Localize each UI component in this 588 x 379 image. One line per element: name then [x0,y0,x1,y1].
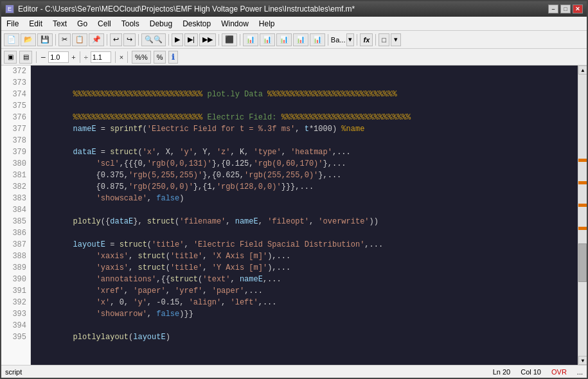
maximize-button[interactable]: □ [560,4,571,13]
editor-area: 372 373 374 375 376 377 378 379 380 381 … [1,66,587,365]
code-c2-388: , [202,263,211,272]
code-s5-378: 'heatmap' [290,148,332,157]
undo-button[interactable]: ↩ [110,33,122,46]
code-c2-391: , -0.15, [147,298,189,307]
ln-387: 387 [4,239,26,251]
code-var-378: dataE [73,148,96,157]
code-s1-389: 'annotations' [96,275,157,284]
stop-button[interactable]: ⬛ [222,33,237,46]
code-s2-386: 'Electric Field Spacial Distribution' [193,240,364,249]
comment-button[interactable]: %% [132,51,151,64]
menu-edit[interactable]: Edit [24,18,48,30]
code-sp-390 [73,286,96,295]
scroll-track [578,75,587,356]
code-sp-380: {0.375, [73,171,129,180]
cross-label: × [120,53,123,61]
menu-tools[interactable]: Tools [116,18,145,30]
sep-t2-1 [36,51,37,63]
code-func2-384: struct [147,217,175,226]
menu-debug[interactable]: Debug [145,18,177,30]
code-func-389: struct [170,275,198,284]
code-s3-391: 'align' [189,298,221,307]
code-end-386: ,... [364,240,383,249]
cell-icon[interactable]: ▣ [4,51,17,64]
code-s2-378: 'y' [179,148,193,157]
run-section-button[interactable]: ▶| [184,33,198,46]
code-s1-391: 'x' [96,298,111,307]
code-line-373: %%%%%%%%%%%%%%%%%%%%%%%%%%%% plot.ly Dat… [36,77,573,89]
code-sp-389 [73,275,96,284]
find-button[interactable]: 🔍🔍 [141,33,166,46]
ln-386: 386 [4,227,26,239]
code-percent-373: %%%%%%%%%%%%%%%%%%%%%%%%%%%% [73,90,203,99]
ln-393: 393 [4,308,26,320]
step4-button[interactable]: 📊 [293,33,308,46]
code-line-378: dataE = struct('x', X, 'y', Y, 'z', K, '… [36,135,573,146]
window-controls: – □ ✕ [548,4,583,13]
ln-377: 377 [4,123,26,135]
code-s4-378: 'type' [254,148,281,157]
menu-window[interactable]: Window [216,18,254,30]
paste-button[interactable]: 📌 [89,33,104,46]
menu-go[interactable]: Go [72,18,93,30]
code-s2-384: 'fileopt' [267,217,309,226]
copy-button[interactable]: 📋 [72,33,87,46]
minimize-button[interactable]: – [548,4,558,13]
new-button[interactable]: 📄 [4,33,19,46]
code-end-382: ) [179,194,184,203]
menu-file[interactable]: File [1,18,24,30]
redo-button[interactable]: ↪ [123,33,136,46]
code-p1-386: ( [147,240,152,249]
menu-cell[interactable]: Cell [93,18,116,30]
run-advance-button[interactable]: ▶▶ [199,33,216,46]
status-ln: Ln 20 [493,368,511,376]
scroll-up-arrow[interactable]: ▲ [578,66,587,75]
sep-t2-2 [80,51,80,63]
code-s1-378: 'x' [143,148,157,157]
code-end-388: ),... [267,263,290,272]
run-button[interactable]: ▶ [172,33,183,46]
fx-button[interactable]: fx [360,33,373,46]
ln-384: 384 [4,204,26,216]
code-end-387: ),... [267,252,290,261]
indent-input2[interactable] [91,51,111,63]
save-button[interactable]: 💾 [37,33,53,46]
indent-input1[interactable] [48,51,69,63]
step5-button[interactable]: 📊 [310,33,325,46]
code-s1-379: 'scl' [96,159,120,168]
separator-6 [240,34,240,46]
open-button[interactable]: 📂 [21,33,36,46]
code-end-389: ,... [263,275,281,284]
ln-372: 372 [4,66,26,77]
layout-dropdown[interactable]: ▾ [391,33,401,46]
title-bar-left: E Editor - C:\Users\Se7en\MEOCloud\Proje… [5,4,355,13]
code-s2-380: 'rgb(255,255,0)' [244,171,318,180]
code-c1-391: , 0, [110,298,133,307]
code-s2-390: 'paper' [133,286,165,295]
menu-text[interactable]: Text [48,18,72,30]
code-c4-384: , [309,217,318,226]
code-content[interactable]: %%%%%%%%%%%%%%%%%%%%%%%%%%%% plot.ly Dat… [31,66,578,365]
close-button[interactable]: ✕ [573,4,583,13]
info-button[interactable]: ℹ [168,51,178,64]
cell-icon2[interactable]: ▤ [19,51,32,64]
code-paren-376: ( [143,125,147,134]
layout-button[interactable]: □ [379,33,389,46]
menu-help[interactable]: Help [254,18,280,30]
uncomment-button[interactable]: % [154,51,166,64]
menu-desktop[interactable]: Desktop [177,18,216,30]
step2-button[interactable]: 📊 [260,33,275,46]
code-sp-387 [73,252,96,261]
scroll-thumb[interactable] [578,243,587,282]
code-s2-387: 'title' [170,252,202,261]
workspace-dropdown[interactable]: ▾ [346,33,354,46]
step3-button[interactable]: 📊 [276,33,292,46]
step-button[interactable]: 📊 [243,33,258,46]
scroll-down-arrow[interactable]: ▼ [578,356,587,365]
code-s1-387: 'xaxis' [96,252,129,261]
code-end-378: ,... [332,148,351,157]
code-v1-389: nameE [240,275,263,284]
ln-378: 378 [4,135,26,146]
separator-3 [138,34,139,46]
cut-button[interactable]: ✂ [58,33,71,46]
